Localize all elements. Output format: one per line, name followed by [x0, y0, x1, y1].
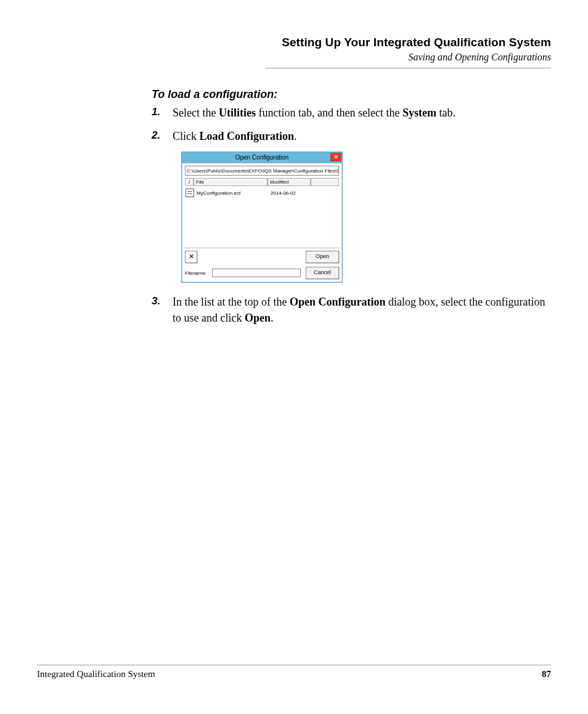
step-text: Click Load Configuration. — [173, 128, 297, 144]
footer-rule — [37, 665, 551, 665]
close-icon[interactable]: ✕ — [330, 153, 341, 161]
step-number: 3. — [152, 294, 164, 326]
procedure-heading: To load a configuration: — [152, 88, 551, 101]
column-sort[interactable]: / — [185, 178, 194, 186]
column-file[interactable]: File — [194, 178, 267, 186]
cancel-button[interactable]: Cancel — [306, 267, 339, 279]
dialog-title: Open Configuration — [235, 154, 289, 161]
filename-input[interactable] — [212, 269, 301, 277]
step-text: Select the Utilities function tab, and t… — [173, 105, 455, 121]
section-title: Saving and Opening Configurations — [160, 52, 551, 63]
open-configuration-dialog: Open Configuration ✕ C:\Users\Public\Doc… — [181, 152, 343, 283]
path-text: C:\Users\Public\Documents\EXFO\IQS Manag… — [187, 168, 339, 174]
file-name: MyConfiguration.ecf — [197, 190, 268, 196]
list-item[interactable]: MyConfiguration.ecf 2014-06-02 — [185, 187, 339, 198]
file-list[interactable]: MyConfiguration.ecf 2014-06-02 — [185, 187, 339, 246]
column-modified[interactable]: Modified — [267, 178, 311, 186]
page-number: 87 — [542, 669, 551, 680]
file-list-header: / File Modified — [185, 178, 339, 186]
dialog-titlebar: Open Configuration ✕ — [182, 152, 342, 163]
file-modified: 2014-06-02 — [271, 190, 314, 196]
step-number: 2. — [152, 128, 164, 144]
filename-label: Filename: — [185, 270, 210, 276]
file-icon — [186, 189, 194, 197]
open-button[interactable]: Open — [306, 251, 339, 263]
footer-doc-title: Integrated Qualification System — [37, 669, 155, 680]
column-spacer — [311, 178, 339, 186]
delete-button[interactable]: ✕ — [185, 251, 197, 263]
step-text: In the list at the top of the Open Confi… — [173, 294, 551, 326]
header-rule — [265, 68, 551, 68]
step-number: 1. — [152, 105, 164, 121]
path-dropdown[interactable]: C:\Users\Public\Documents\EXFO\IQS Manag… — [185, 166, 339, 176]
chapter-title: Setting Up Your Integrated Qualification… — [160, 36, 551, 49]
